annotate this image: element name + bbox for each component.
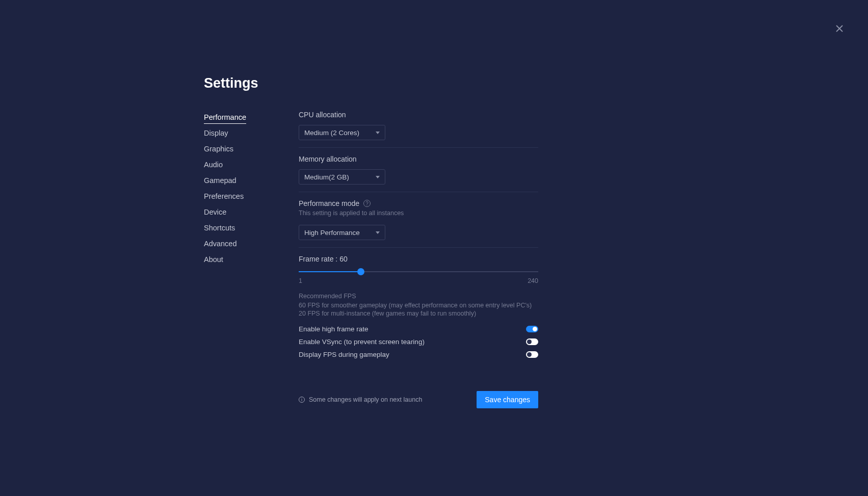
sidebar-item-gamepad[interactable]: Gamepad xyxy=(204,174,283,187)
sidebar-item-performance[interactable]: Performance xyxy=(204,111,246,124)
sidebar-item-label: Device xyxy=(204,208,226,216)
perfmode-dropdown-value: High Performance xyxy=(304,229,360,237)
toggle-knob xyxy=(527,352,532,357)
close-button[interactable] xyxy=(835,24,844,33)
sidebar-item-advanced[interactable]: Advanced xyxy=(204,237,283,250)
sidebar-item-display[interactable]: Display xyxy=(204,126,283,140)
sidebar-item-shortcuts[interactable]: Shortcuts xyxy=(204,221,283,234)
cpu-section: CPU allocation Medium (2 Cores) xyxy=(299,111,538,148)
slider-min: 1 xyxy=(299,277,302,284)
sidebar-item-label: Preferences xyxy=(204,192,244,200)
sidebar-item-label: Advanced xyxy=(204,240,237,248)
sidebar-item-label: Performance xyxy=(204,113,246,121)
help-icon[interactable]: ? xyxy=(363,200,371,207)
framerate-label: Frame rate : 60 xyxy=(299,255,538,263)
sidebar-item-label: Gamepad xyxy=(204,176,236,185)
sidebar-item-label: About xyxy=(204,255,223,264)
toggle-label: Display FPS during gameplay xyxy=(299,351,389,358)
toggle-high-fps[interactable] xyxy=(526,326,538,332)
toggle-label: Enable VSync (to prevent screen tearing) xyxy=(299,338,425,346)
sidebar-item-device[interactable]: Device xyxy=(204,205,283,219)
cpu-dropdown[interactable]: Medium (2 Cores) xyxy=(299,125,385,140)
slider-range-labels: 1 240 xyxy=(299,277,538,284)
content-panel: CPU allocation Medium (2 Cores) Memory a… xyxy=(299,111,538,408)
footer: i Some changes will apply on next launch… xyxy=(299,391,538,408)
cpu-dropdown-value: Medium (2 Cores) xyxy=(304,129,359,137)
fps-hint-title: Recommended FPS xyxy=(299,293,538,300)
toggle-label: Enable high frame rate xyxy=(299,325,369,333)
slider-fill xyxy=(299,271,361,272)
sidebar-item-label: Shortcuts xyxy=(204,224,235,232)
memory-dropdown[interactable]: Medium(2 GB) xyxy=(299,169,385,185)
footer-note: i Some changes will apply on next launch xyxy=(299,396,422,403)
page-title: Settings xyxy=(204,75,868,91)
perfmode-label: Performance mode ? xyxy=(299,199,538,207)
chevron-down-icon xyxy=(376,176,380,178)
memory-label: Memory allocation xyxy=(299,155,538,163)
toggle-knob xyxy=(527,340,532,344)
toggle-display-fps[interactable] xyxy=(526,351,538,358)
memory-dropdown-value: Medium(2 GB) xyxy=(304,173,349,181)
sidebar-item-label: Audio xyxy=(204,161,223,169)
toggle-row-vsync: Enable VSync (to prevent screen tearing) xyxy=(299,338,538,346)
toggle-row-high-fps: Enable high frame rate xyxy=(299,325,538,333)
perfmode-sublabel: This setting is applied to all instances xyxy=(299,210,538,217)
memory-section: Memory allocation Medium(2 GB) xyxy=(299,155,538,192)
cpu-label: CPU allocation xyxy=(299,111,538,119)
sidebar-item-label: Graphics xyxy=(204,145,233,153)
toggle-knob xyxy=(533,327,537,331)
sidebar-item-graphics[interactable]: Graphics xyxy=(204,142,283,155)
toggle-row-display-fps: Display FPS during gameplay xyxy=(299,351,538,358)
framerate-slider[interactable] xyxy=(299,268,538,275)
close-icon xyxy=(836,25,843,32)
save-button[interactable]: Save changes xyxy=(477,391,538,408)
sidebar-item-audio[interactable]: Audio xyxy=(204,158,283,171)
info-icon: i xyxy=(299,397,305,403)
fps-hint-text: 60 FPS for smoother gameplay (may effect… xyxy=(299,301,538,318)
toggle-vsync[interactable] xyxy=(526,338,538,345)
slider-max: 240 xyxy=(528,277,538,284)
perfmode-dropdown[interactable]: High Performance xyxy=(299,225,385,240)
sidebar-item-about[interactable]: About xyxy=(204,253,283,266)
slider-thumb[interactable] xyxy=(357,268,364,275)
perfmode-section: Performance mode ? This setting is appli… xyxy=(299,199,538,248)
sidebar-item-label: Display xyxy=(204,129,228,137)
chevron-down-icon xyxy=(376,132,380,134)
framerate-section: Frame rate : 60 1 240 Recommended FPS 60… xyxy=(299,255,538,371)
sidebar-item-preferences[interactable]: Preferences xyxy=(204,190,283,203)
sidebar: Performance Display Graphics Audio Gamep… xyxy=(204,111,299,408)
chevron-down-icon xyxy=(376,231,380,234)
